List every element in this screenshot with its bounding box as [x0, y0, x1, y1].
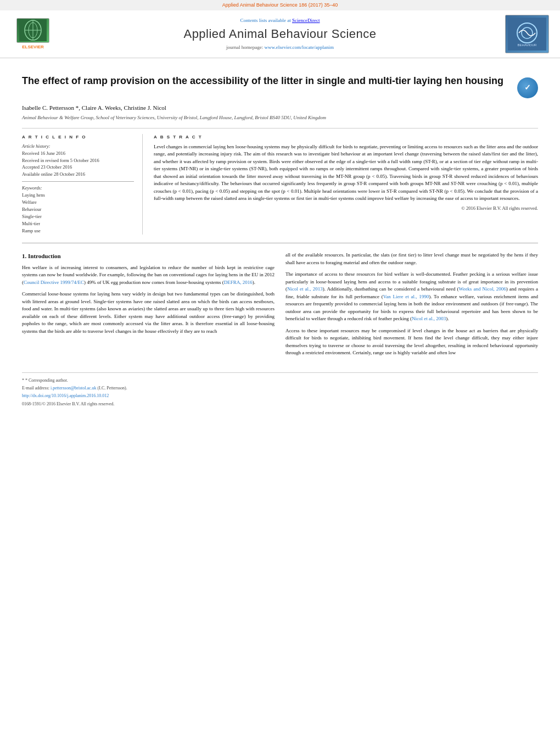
- nicol2003-link[interactable]: Nicol et al., 2003: [412, 316, 446, 321]
- copyright-line: © 2016 Elsevier B.V. All rights reserved…: [154, 205, 538, 212]
- sciencedirect-anchor[interactable]: ScienceDirect: [292, 18, 320, 23]
- weeks2006-link[interactable]: Weeks and Nicol, 2006: [459, 286, 506, 292]
- history-label: Article history:: [22, 143, 51, 149]
- keywords-divider: [22, 181, 134, 182]
- article-history-label: Article history:: [22, 143, 134, 150]
- crossmark-badge: ✓: [517, 77, 538, 98]
- homepage-prefix: journal homepage:: [226, 44, 263, 50]
- keyword-6: Ramp use: [22, 228, 134, 235]
- authors-line: Isabelle C. Pettersson *, Claire A. Week…: [22, 104, 538, 112]
- intro-title: Introduction: [28, 253, 61, 259]
- article-info-column: A R T I C L E I N F O Article history: R…: [22, 134, 143, 235]
- journal-header-center: Contents lists available at ScienceDirec…: [55, 17, 505, 51]
- body-right-para1: all of the available resources. In parti…: [285, 252, 538, 266]
- paper-title-area: The effect of ramp provision on the acce…: [22, 75, 538, 98]
- paper-container: The effect of ramp provision on the acce…: [0, 58, 560, 420]
- body-columns: 1. Introduction Hen welfare is of increa…: [22, 252, 538, 361]
- affiliation: Animal Behaviour & Welfare Group, School…: [22, 114, 538, 121]
- email-label: E-mail address:: [22, 386, 49, 390]
- intro-para1: Hen welfare is of increasing interest to…: [22, 264, 275, 287]
- council-directive-link[interactable]: Council Directive 1999/74/EC: [24, 280, 84, 285]
- email-link[interactable]: i.pettersson@bristol.ac.uk: [51, 386, 97, 390]
- body-col-left: 1. Introduction Hen welfare is of increa…: [22, 252, 275, 361]
- page-footer: * * Corresponding author. E-mail address…: [22, 372, 538, 407]
- intro-para2: Commercial loose-house systems for layin…: [22, 291, 275, 335]
- body-right-para2: The importance of access to these resour…: [285, 271, 538, 323]
- journal-logo-right: BEHAVIOUR: [505, 15, 549, 53]
- doi-line: http://dx.doi.org/10.1016/j.applanim.201…: [22, 393, 538, 399]
- keywords-label: Keywords:: [22, 185, 134, 192]
- abstract-column: A B S T R A C T Level changes in commerc…: [154, 134, 538, 235]
- article-info-abstract-columns: A R T I C L E I N F O Article history: R…: [22, 128, 538, 235]
- citation-text: Applied Animal Behaviour Science 186 (20…: [222, 2, 338, 8]
- homepage-link[interactable]: www.elsevier.com/locate/applanim: [265, 44, 334, 50]
- journal-homepage: journal homepage: www.elsevier.com/locat…: [55, 44, 505, 51]
- keywords-list: Laying hens Welfare Behaviour Single-tie…: [22, 192, 134, 234]
- keywords-label-text: Keywords:: [22, 185, 42, 191]
- keyword-4: Single-tier: [22, 214, 134, 220]
- keyword-1: Laying hens: [22, 192, 134, 199]
- authors-text: Isabelle C. Pettersson *, Claire A. Week…: [22, 104, 166, 111]
- email-name-text: (I.C. Pettersson).: [98, 386, 127, 390]
- intro-num: 1.: [22, 253, 26, 259]
- paper-title: The effect of ramp provision on the acce…: [22, 75, 512, 87]
- contents-prefix: Contents lists available at: [240, 18, 291, 23]
- email-note: E-mail address: i.pettersson@bristol.ac.…: [22, 385, 538, 391]
- accepted-date: Accepted 23 October 2016: [22, 164, 134, 171]
- keyword-3: Behaviour: [22, 207, 134, 213]
- received-date: Received 16 June 2016: [22, 150, 134, 157]
- elsevier-brand-text: ELSEVIER: [22, 44, 44, 50]
- abstract-text: Level changes in commercial laying hen l…: [154, 143, 538, 203]
- doi-link[interactable]: http://dx.doi.org/10.1016/j.applanim.201…: [22, 393, 109, 398]
- nicol2013-link[interactable]: Nicol et al., 2013: [287, 286, 323, 292]
- body-col-right: all of the available resources. In parti…: [285, 252, 538, 361]
- body-right-para3: Access to these important resources may …: [285, 327, 538, 357]
- elsevier-logo: ELSEVIER: [11, 18, 55, 50]
- issn-line: 0168-1591/© 2016 Elsevier B.V. All right…: [22, 401, 538, 407]
- citation-bar: Applied Animal Behaviour Science 186 (20…: [0, 0, 560, 10]
- journal-title: Applied Animal Behaviour Science: [55, 26, 505, 43]
- svg-text:BEHAVIOUR: BEHAVIOUR: [518, 43, 537, 47]
- defra-link[interactable]: DEFRA, 2016: [224, 280, 253, 285]
- abstract-paragraph: Level changes in commercial laying hen l…: [154, 143, 538, 203]
- corresponding-author-note: * * Corresponding author.: [22, 377, 538, 383]
- article-info-label: A R T I C L E I N F O: [22, 134, 134, 140]
- vanliere-link[interactable]: Van Liere et al., 1990: [383, 294, 429, 299]
- sciencedirect-label: ScienceDirect: [292, 18, 320, 23]
- section-divider: [22, 243, 538, 243]
- keyword-5: Multi-tier: [22, 221, 134, 227]
- journal-header: ELSEVIER Contents lists available at Sci…: [0, 10, 560, 58]
- revised-date: Received in revised form 5 October 2016: [22, 158, 134, 164]
- intro-heading: 1. Introduction: [22, 252, 275, 261]
- corresponding-note-text: * Corresponding author.: [25, 378, 68, 383]
- abstract-label: A B S T R A C T: [154, 134, 538, 140]
- elsevier-logo-image: [16, 18, 49, 43]
- available-date: Available online 28 October 2016: [22, 171, 134, 178]
- sciencedirect-link[interactable]: Contents lists available at ScienceDirec…: [55, 17, 505, 24]
- homepage-link-text: www.elsevier.com/locate/applanim: [265, 44, 334, 50]
- keyword-2: Welfare: [22, 199, 134, 206]
